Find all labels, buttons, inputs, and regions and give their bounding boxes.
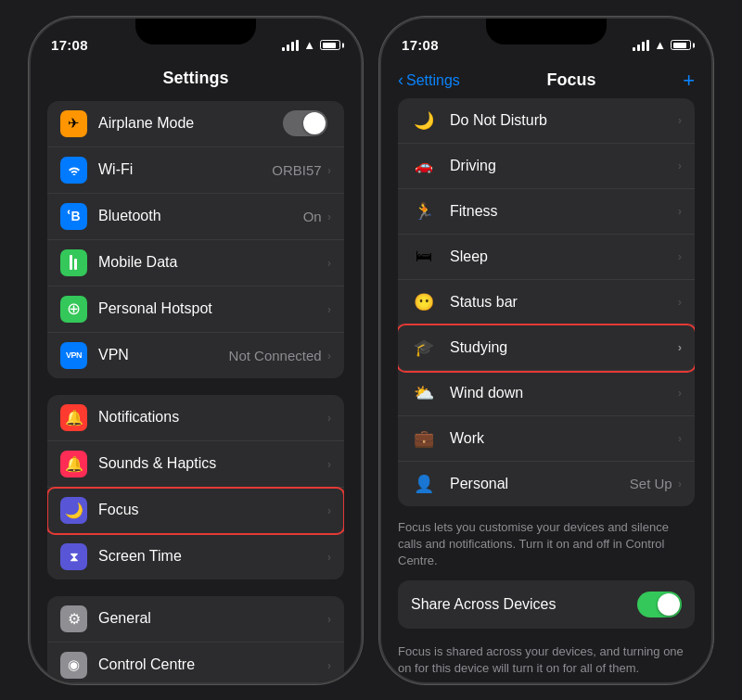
mobile-chevron: › — [327, 256, 331, 270]
studying-chevron: › — [678, 340, 682, 354]
svg-rect-0 — [70, 255, 72, 270]
vpn-chevron: › — [327, 349, 331, 363]
status-bar-icon: 😶 — [411, 289, 437, 315]
phones-container: 17:08 ▲ Settings — [29, 17, 713, 684]
settings-item-focus[interactable]: 🌙 Focus › — [47, 488, 344, 534]
focus-label: Focus — [98, 502, 327, 518]
wifi-status-icon-left: ▲ — [303, 38, 315, 52]
airplane-label: Airplane Mode — [98, 115, 283, 132]
studying-label: Studying — [450, 339, 678, 356]
focus-description: Focus lets you customise your devices an… — [381, 512, 711, 581]
focus-item-status-bar[interactable]: 😶 Status bar › — [398, 280, 695, 325]
personal-label: Personal — [450, 476, 630, 492]
battery-icon-left — [320, 40, 340, 50]
focus-item-personal[interactable]: 👤 Personal Set Up › — [398, 462, 695, 506]
hotspot-icon: ⊕ — [60, 296, 87, 323]
hotspot-chevron: › — [327, 302, 331, 316]
time-left: 17:08 — [51, 37, 88, 53]
fitness-icon: 🏃 — [411, 198, 437, 224]
wind-down-label: Wind down — [450, 385, 678, 401]
focus-item-wind-down[interactable]: ⛅ Wind down › — [398, 371, 695, 416]
focus-chevron: › — [327, 503, 331, 517]
personal-chevron: › — [678, 477, 682, 490]
driving-label: Driving — [450, 158, 678, 174]
settings-item-controlcentre[interactable]: ◉ Control Centre › — [47, 643, 344, 682]
settings-item-general[interactable]: ⚙ General › — [47, 596, 344, 643]
settings-section-1: ✈ Airplane Mode Wi-Fi ORBI57 › — [47, 101, 344, 378]
status-icons-left: ▲ — [282, 38, 340, 52]
driving-chevron: › — [678, 159, 682, 172]
share-section: Share Across Devices — [398, 580, 695, 629]
wifi-chevron: › — [327, 163, 331, 177]
focus-item-do-not-disturb[interactable]: 🌙 Do Not Disturb › — [398, 98, 695, 144]
focus-page-title: Focus — [546, 70, 595, 90]
focus-item-fitness[interactable]: 🏃 Fitness › — [398, 189, 695, 235]
signal-icon-left — [282, 40, 299, 51]
notch-left — [135, 19, 256, 45]
time-right: 17:08 — [402, 37, 439, 53]
settings-item-hotspot[interactable]: ⊕ Personal Hotspot › — [47, 286, 344, 333]
sleep-icon: 🛏 — [411, 244, 437, 270]
controlcentre-icon: ◉ — [60, 652, 87, 679]
focus-item-sleep[interactable]: 🛏 Sleep › — [398, 235, 695, 280]
driving-icon: 🚗 — [411, 153, 437, 179]
bluetooth-label: Bluetooth — [98, 208, 303, 224]
settings-item-sounds[interactable]: 🔔 Sounds & Haptics › — [47, 441, 344, 488]
general-label: General — [98, 610, 327, 627]
share-item[interactable]: Share Across Devices — [398, 580, 695, 629]
screentime-icon: ⧗ — [60, 543, 87, 570]
right-phone: 17:08 ▲ — [379, 17, 713, 684]
settings-item-bluetooth[interactable]: ʿB Bluetooth On › — [47, 194, 344, 240]
mobile-icon — [60, 249, 87, 276]
notifications-label: Notifications — [98, 409, 327, 426]
settings-item-notifications[interactable]: 🔔 Notifications › — [47, 395, 344, 441]
airplane-toggle[interactable] — [283, 110, 327, 136]
studying-icon: 🎓 — [411, 335, 437, 361]
work-chevron: › — [678, 431, 682, 445]
focus-item-studying[interactable]: 🎓 Studying › — [398, 325, 695, 371]
work-label: Work — [450, 430, 678, 447]
plus-button[interactable]: + — [683, 69, 695, 93]
general-icon: ⚙ — [60, 605, 87, 632]
bluetooth-value: On — [303, 209, 322, 224]
controlcentre-label: Control Centre — [98, 656, 327, 673]
wifi-icon — [60, 157, 87, 184]
share-toggle[interactable] — [637, 592, 682, 617]
general-chevron: › — [327, 612, 331, 626]
right-phone-screen: 17:08 ▲ — [381, 19, 711, 682]
settings-item-airplane[interactable]: ✈ Airplane Mode — [47, 101, 344, 147]
focus-header: ‹ Settings Focus + — [381, 59, 711, 98]
right-screen-content: ‹ Settings Focus + 🌙 Do Not Disturb › — [381, 59, 711, 682]
status-icons-right: ▲ — [633, 38, 691, 52]
left-screen-content: Settings ✈ Airplane Mode — [31, 59, 361, 682]
fitness-label: Fitness — [450, 203, 678, 220]
status-bar-label: Status bar — [450, 294, 678, 311]
settings-item-vpn[interactable]: VPN VPN Not Connected › — [47, 333, 344, 378]
vpn-icon: VPN — [60, 342, 87, 369]
notifications-icon: 🔔 — [60, 404, 87, 431]
notifications-chevron: › — [327, 411, 331, 425]
vpn-value: Not Connected — [229, 348, 322, 363]
do-not-disturb-label: Do Not Disturb — [450, 112, 678, 129]
settings-section-3: ⚙ General › ◉ Control Centre › AA Displa… — [47, 596, 344, 682]
screentime-label: Screen Time — [98, 548, 327, 565]
do-not-disturb-chevron: › — [678, 113, 682, 127]
back-chevron-icon: ‹ — [398, 70, 403, 90]
wifi-status-icon-right: ▲ — [654, 38, 666, 52]
left-phone-screen: 17:08 ▲ Settings — [31, 19, 361, 682]
mobile-label: Mobile Data — [98, 254, 327, 271]
share-label: Share Across Devices — [411, 596, 637, 613]
focus-item-driving[interactable]: 🚗 Driving › — [398, 144, 695, 189]
focus-item-work[interactable]: 💼 Work › — [398, 416, 695, 462]
do-not-disturb-icon: 🌙 — [411, 108, 437, 134]
signal-icon-right — [633, 40, 649, 51]
screentime-chevron: › — [327, 550, 331, 564]
hotspot-label: Personal Hotspot — [98, 300, 327, 317]
focus-icon: 🌙 — [60, 497, 87, 524]
bluetooth-icon: ʿB — [60, 203, 87, 230]
settings-item-screentime[interactable]: ⧗ Screen Time › — [47, 534, 344, 579]
settings-item-mobile[interactable]: Mobile Data › — [47, 240, 344, 286]
back-button[interactable]: ‹ Settings — [398, 70, 460, 90]
notch-right — [486, 19, 607, 45]
settings-item-wifi[interactable]: Wi-Fi ORBI57 › — [47, 147, 344, 194]
